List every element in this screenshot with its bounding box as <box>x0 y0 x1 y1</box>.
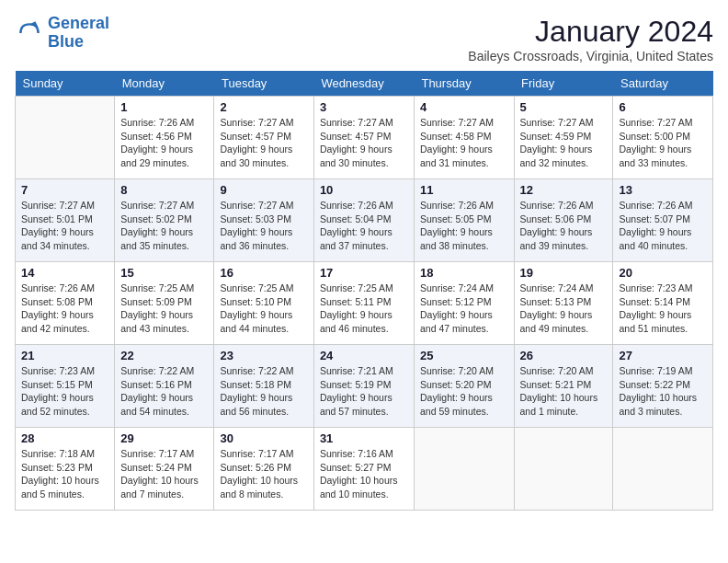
day-number: 8 <box>120 183 208 197</box>
calendar-cell: 23Sunrise: 7:22 AMSunset: 5:18 PMDayligh… <box>214 345 313 428</box>
day-number: 3 <box>320 100 408 114</box>
day-number: 30 <box>220 431 307 445</box>
calendar-cell: 5Sunrise: 7:27 AMSunset: 4:59 PMDaylight… <box>514 97 613 179</box>
calendar-cell <box>613 428 713 511</box>
day-number: 27 <box>619 349 707 362</box>
cell-content: Sunrise: 7:20 AMSunset: 5:20 PMDaylight:… <box>420 364 508 419</box>
calendar-cell: 21Sunrise: 7:23 AMSunset: 5:15 PMDayligh… <box>16 345 115 428</box>
calendar-week-row: 7Sunrise: 7:27 AMSunset: 5:01 PMDaylight… <box>16 179 713 262</box>
cell-content: Sunrise: 7:21 AMSunset: 5:19 PMDaylight:… <box>320 364 408 419</box>
day-number: 31 <box>320 431 408 445</box>
cell-content: Sunrise: 7:24 AMSunset: 5:13 PMDaylight:… <box>520 282 608 336</box>
day-number: 12 <box>520 183 608 197</box>
page-header: General Blue January 2024 Baileys Crossr… <box>15 15 713 63</box>
cell-content: Sunrise: 7:27 AMSunset: 5:01 PMDaylight:… <box>21 199 108 253</box>
header-saturday: Saturday <box>613 71 713 97</box>
day-number: 26 <box>520 349 608 362</box>
day-number: 24 <box>320 349 408 362</box>
day-number: 16 <box>220 266 307 280</box>
calendar-cell: 29Sunrise: 7:17 AMSunset: 5:24 PMDayligh… <box>115 428 214 511</box>
day-number: 6 <box>619 100 707 114</box>
app-logo: General Blue <box>15 15 109 52</box>
day-number: 15 <box>120 266 208 280</box>
cell-content: Sunrise: 7:27 AMSunset: 4:58 PMDaylight:… <box>420 116 508 170</box>
day-number: 17 <box>320 266 408 280</box>
day-number: 20 <box>619 266 707 280</box>
cell-content: Sunrise: 7:25 AMSunset: 5:10 PMDaylight:… <box>220 282 307 336</box>
day-number: 25 <box>420 349 508 362</box>
calendar-cell: 6Sunrise: 7:27 AMSunset: 5:00 PMDaylight… <box>613 97 713 179</box>
cell-content: Sunrise: 7:26 AMSunset: 4:56 PMDaylight:… <box>120 116 208 170</box>
day-number: 4 <box>420 100 508 114</box>
day-number: 9 <box>220 183 307 197</box>
cell-content: Sunrise: 7:27 AMSunset: 5:02 PMDaylight:… <box>120 199 208 253</box>
day-number: 2 <box>220 100 307 114</box>
cell-content: Sunrise: 7:26 AMSunset: 5:08 PMDaylight:… <box>21 282 108 336</box>
calendar-cell: 12Sunrise: 7:26 AMSunset: 5:06 PMDayligh… <box>514 179 613 262</box>
logo-text-block: General Blue <box>48 15 109 52</box>
calendar-week-row: 28Sunrise: 7:18 AMSunset: 5:23 PMDayligh… <box>16 428 713 511</box>
day-number: 29 <box>120 431 208 445</box>
calendar-cell: 3Sunrise: 7:27 AMSunset: 4:57 PMDaylight… <box>313 97 414 179</box>
calendar-cell: 26Sunrise: 7:20 AMSunset: 5:21 PMDayligh… <box>514 345 613 428</box>
day-number: 7 <box>21 183 108 197</box>
day-number: 28 <box>21 431 108 445</box>
calendar-cell: 2Sunrise: 7:27 AMSunset: 4:57 PMDaylight… <box>214 97 313 179</box>
calendar-cell: 25Sunrise: 7:20 AMSunset: 5:20 PMDayligh… <box>414 345 514 428</box>
calendar-cell <box>514 428 613 511</box>
calendar-cell: 11Sunrise: 7:26 AMSunset: 5:05 PMDayligh… <box>414 179 514 262</box>
cell-content: Sunrise: 7:26 AMSunset: 5:07 PMDaylight:… <box>619 199 707 253</box>
calendar-table: SundayMondayTuesdayWednesdayThursdayFrid… <box>15 71 713 511</box>
header-friday: Friday <box>514 71 613 97</box>
day-number: 18 <box>420 266 508 280</box>
cell-content: Sunrise: 7:22 AMSunset: 5:18 PMDaylight:… <box>220 364 307 419</box>
calendar-header-row: SundayMondayTuesdayWednesdayThursdayFrid… <box>16 71 713 97</box>
day-number: 22 <box>120 349 208 362</box>
calendar-cell: 4Sunrise: 7:27 AMSunset: 4:58 PMDaylight… <box>414 97 514 179</box>
cell-content: Sunrise: 7:19 AMSunset: 5:22 PMDaylight:… <box>619 364 707 419</box>
cell-content: Sunrise: 7:27 AMSunset: 5:00 PMDaylight:… <box>619 116 707 170</box>
calendar-week-row: 14Sunrise: 7:26 AMSunset: 5:08 PMDayligh… <box>16 262 713 345</box>
calendar-cell: 27Sunrise: 7:19 AMSunset: 5:22 PMDayligh… <box>613 345 713 428</box>
cell-content: Sunrise: 7:25 AMSunset: 5:11 PMDaylight:… <box>320 282 408 336</box>
calendar-cell <box>414 428 514 511</box>
cell-content: Sunrise: 7:17 AMSunset: 5:24 PMDaylight:… <box>120 447 208 501</box>
logo-name: General Blue <box>48 15 109 52</box>
calendar-week-row: 21Sunrise: 7:23 AMSunset: 5:15 PMDayligh… <box>16 345 713 428</box>
cell-content: Sunrise: 7:18 AMSunset: 5:23 PMDaylight:… <box>21 447 108 501</box>
logo-line1: General <box>48 14 109 32</box>
calendar-cell: 24Sunrise: 7:21 AMSunset: 5:19 PMDayligh… <box>313 345 414 428</box>
cell-content: Sunrise: 7:27 AMSunset: 4:57 PMDaylight:… <box>320 116 408 170</box>
header-tuesday: Tuesday <box>214 71 313 97</box>
calendar-cell: 28Sunrise: 7:18 AMSunset: 5:23 PMDayligh… <box>16 428 115 511</box>
calendar-cell <box>16 97 115 179</box>
day-number: 23 <box>220 349 307 362</box>
calendar-cell: 1Sunrise: 7:26 AMSunset: 4:56 PMDaylight… <box>115 97 214 179</box>
title-block: January 2024 Baileys Crossroads, Virgini… <box>468 15 713 63</box>
location-title: Baileys Crossroads, Virginia, United Sta… <box>468 49 713 63</box>
cell-content: Sunrise: 7:20 AMSunset: 5:21 PMDaylight:… <box>520 364 608 419</box>
day-number: 19 <box>520 266 608 280</box>
calendar-cell: 22Sunrise: 7:22 AMSunset: 5:16 PMDayligh… <box>115 345 214 428</box>
logo-icon <box>15 18 44 48</box>
header-wednesday: Wednesday <box>313 71 414 97</box>
calendar-cell: 16Sunrise: 7:25 AMSunset: 5:10 PMDayligh… <box>214 262 313 345</box>
calendar-cell: 7Sunrise: 7:27 AMSunset: 5:01 PMDaylight… <box>16 179 115 262</box>
calendar-cell: 10Sunrise: 7:26 AMSunset: 5:04 PMDayligh… <box>313 179 414 262</box>
logo-line2: Blue <box>48 32 84 51</box>
cell-content: Sunrise: 7:27 AMSunset: 4:57 PMDaylight:… <box>220 116 307 170</box>
calendar-week-row: 1Sunrise: 7:26 AMSunset: 4:56 PMDaylight… <box>16 97 713 179</box>
calendar-cell: 13Sunrise: 7:26 AMSunset: 5:07 PMDayligh… <box>613 179 713 262</box>
day-number: 10 <box>320 183 408 197</box>
day-number: 1 <box>120 100 208 114</box>
cell-content: Sunrise: 7:22 AMSunset: 5:16 PMDaylight:… <box>120 364 208 419</box>
calendar-cell: 17Sunrise: 7:25 AMSunset: 5:11 PMDayligh… <box>313 262 414 345</box>
cell-content: Sunrise: 7:16 AMSunset: 5:27 PMDaylight:… <box>320 447 408 501</box>
cell-content: Sunrise: 7:24 AMSunset: 5:12 PMDaylight:… <box>420 282 508 336</box>
calendar-cell: 14Sunrise: 7:26 AMSunset: 5:08 PMDayligh… <box>16 262 115 345</box>
header-monday: Monday <box>115 71 214 97</box>
header-sunday: Sunday <box>16 71 115 97</box>
calendar-cell: 31Sunrise: 7:16 AMSunset: 5:27 PMDayligh… <box>313 428 414 511</box>
cell-content: Sunrise: 7:26 AMSunset: 5:06 PMDaylight:… <box>520 199 608 253</box>
calendar-cell: 9Sunrise: 7:27 AMSunset: 5:03 PMDaylight… <box>214 179 313 262</box>
